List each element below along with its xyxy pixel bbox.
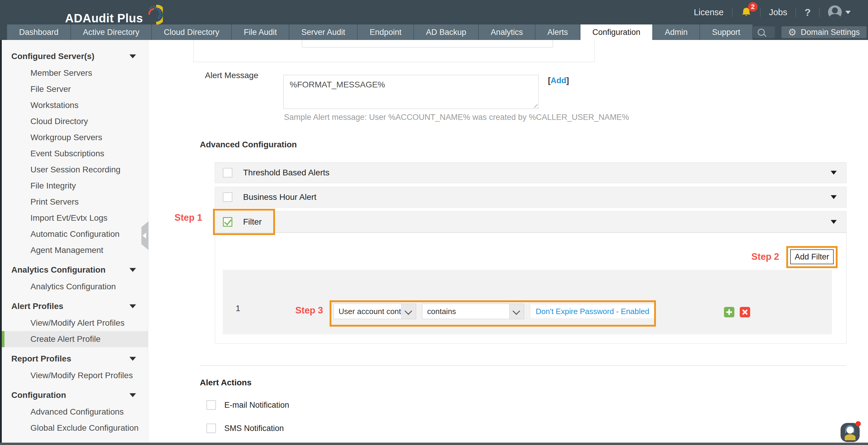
business-hour-alert-checkbox[interactable] xyxy=(223,192,232,202)
tab-alerts[interactable]: Alerts xyxy=(535,25,581,40)
chat-notification-dot xyxy=(856,421,861,426)
advanced-configuration-heading: Advanced Configuration xyxy=(200,140,297,150)
app-logo-text: ADAudit Plus xyxy=(65,12,143,25)
sidebar-section-analytics-configuration[interactable]: Analytics Configuration xyxy=(2,261,148,279)
sidebar-section-configuration[interactable]: Configuration xyxy=(2,386,148,404)
sidebar-item-global-exclude-configuration[interactable]: Global Exclude Configuration xyxy=(2,420,148,436)
sidebar-item-advanced-configurations[interactable]: Advanced Configurations xyxy=(2,404,148,420)
expand-caret-icon[interactable] xyxy=(831,195,837,199)
divider xyxy=(732,7,733,17)
jobs-link[interactable]: Jobs xyxy=(769,7,787,17)
domain-settings-label: Domain Settings xyxy=(801,28,860,37)
sidebar-item-print-servers[interactable]: Print Servers xyxy=(2,194,148,210)
tab-support[interactable]: Support xyxy=(700,25,753,40)
sms-notification-checkbox[interactable] xyxy=(207,423,216,433)
caret-down-icon xyxy=(129,55,136,59)
user-menu[interactable] xyxy=(828,5,851,19)
sidebar-item-automatic-configuration[interactable]: Automatic Configuration xyxy=(2,226,148,242)
step1-annotation-label: Step 1 xyxy=(175,212,202,223)
attribute-dropdown[interactable]: User account contr xyxy=(334,304,416,319)
tab-admin[interactable]: Admin xyxy=(653,25,701,40)
sidebar-item-view-modify-report-profiles[interactable]: View/Modify Report Profiles xyxy=(2,368,148,384)
chevron-down-icon xyxy=(401,304,416,319)
alert-message-field: %FORMAT_MESSAGE% xyxy=(283,75,539,109)
sidebar: Configured Server(s) Member Servers File… xyxy=(2,40,148,443)
expand-caret-icon[interactable] xyxy=(831,220,837,224)
sidebar-item-workstations[interactable]: Workstations xyxy=(2,97,148,113)
top-bar: ADAudit Plus License 2 Jobs ? xyxy=(0,0,868,25)
sidebar-item-analytics-configuration[interactable]: Analytics Configuration xyxy=(2,279,148,295)
filter-panel: Step 2 Add Filter 1 Step 3 User account … xyxy=(215,233,846,344)
tab-analytics[interactable]: Analytics xyxy=(479,25,535,40)
add-variable-link-wrap: [Add] xyxy=(548,76,569,85)
sidebar-item-cloud-directory[interactable]: Cloud Directory xyxy=(2,113,148,129)
section-divider xyxy=(200,365,846,366)
sidebar-item-member-servers[interactable]: Member Servers xyxy=(2,65,148,81)
notifications-button[interactable]: 2 xyxy=(741,7,752,18)
top-bar-actions: License 2 Jobs ? xyxy=(694,0,851,25)
email-notification-option[interactable]: E-mail Notification xyxy=(207,400,289,410)
domain-settings-button[interactable]: ⚙ Domain Settings xyxy=(781,26,867,38)
sidebar-item-file-integrity[interactable]: File Integrity xyxy=(2,178,148,194)
sidebar-item-event-subscriptions[interactable]: Event Subscriptions xyxy=(2,146,148,162)
divider xyxy=(760,7,761,17)
sms-notification-option[interactable]: SMS Notification xyxy=(207,423,284,433)
add-condition-button[interactable] xyxy=(724,307,734,317)
sidebar-item-file-server[interactable]: File Server xyxy=(2,81,148,97)
remove-condition-button[interactable] xyxy=(740,307,750,317)
chevron-down-icon xyxy=(509,304,524,319)
caret-down-icon xyxy=(129,393,136,397)
sidebar-item-workgroup-servers[interactable]: Workgroup Servers xyxy=(2,129,148,146)
sidebar-section-configured-servers[interactable]: Configured Server(s) xyxy=(2,48,148,65)
agent-head-icon xyxy=(846,426,854,434)
sidebar-item-import-evt-logs[interactable]: Import Evt/Evtx Logs xyxy=(2,210,148,226)
help-button[interactable]: ? xyxy=(804,6,811,18)
license-link[interactable]: License xyxy=(694,7,724,17)
tab-ad-backup[interactable]: AD Backup xyxy=(414,25,479,40)
sidebar-section-report-profiles[interactable]: Report Profiles xyxy=(2,350,148,368)
tab-configuration[interactable]: Configuration xyxy=(581,25,653,40)
adaudit-plus-app: ADAudit Plus License 2 Jobs ? xyxy=(0,0,868,445)
accordion-row-filter[interactable]: Filter xyxy=(215,211,846,233)
email-notification-checkbox[interactable] xyxy=(207,400,216,410)
scrolled-field-input[interactable] xyxy=(302,40,553,47)
tab-file-audit[interactable]: File Audit xyxy=(232,25,289,40)
window-edge-strip xyxy=(0,40,2,443)
notification-count-badge: 2 xyxy=(748,2,757,12)
threshold-based-alerts-checkbox[interactable] xyxy=(223,168,232,178)
filter-conditions-area: 1 Step 3 User account contr contains Don… xyxy=(223,270,832,335)
main-nav-tabbar: Dashboard Active Directory Cloud Directo… xyxy=(0,25,868,40)
sidebar-nav: Configured Server(s) Member Servers File… xyxy=(2,48,148,436)
sample-alert-message-hint: Sample Alert message: User %ACCOUNT_NAME… xyxy=(284,113,629,122)
sidebar-item-user-session-recording[interactable]: User Session Recording xyxy=(2,162,148,178)
gear-icon: ⚙ xyxy=(788,27,797,37)
support-chat-button[interactable] xyxy=(841,423,860,442)
accordion-row-business-hour-alert[interactable]: Business Hour Alert xyxy=(215,187,846,208)
sidebar-section-alert-profiles[interactable]: Alert Profiles xyxy=(2,298,148,315)
scrolled-field-container xyxy=(193,40,595,62)
tab-server-audit[interactable]: Server Audit xyxy=(289,25,358,40)
add-filter-button[interactable]: Add Filter xyxy=(790,249,834,264)
accordion-row-threshold-based-alerts[interactable]: Threshold Based Alerts xyxy=(215,162,846,183)
sidebar-item-agent-management[interactable]: Agent Management xyxy=(2,242,148,258)
alert-message-label: Alert Message xyxy=(205,71,258,80)
tab-endpoint[interactable]: Endpoint xyxy=(358,25,414,40)
operator-dropdown[interactable]: contains xyxy=(422,304,524,319)
search-input[interactable] xyxy=(769,27,770,37)
tab-dashboard[interactable]: Dashboard xyxy=(6,25,71,40)
filter-value-link[interactable]: Don't Expire Password - Enabled xyxy=(530,304,655,319)
tab-cloud-directory[interactable]: Cloud Directory xyxy=(152,25,232,40)
caret-down-icon xyxy=(129,305,136,308)
alert-message-textarea[interactable]: %FORMAT_MESSAGE% xyxy=(283,75,539,109)
sidebar-item-view-modify-alert-profiles[interactable]: View/Modify Alert Profiles xyxy=(2,315,148,331)
main-content: Alert Message %FORMAT_MESSAGE% [Add] Sam… xyxy=(148,40,868,443)
step2-annotation-label: Step 2 xyxy=(751,251,779,262)
sidebar-item-create-alert-profile[interactable]: Create Alert Profile xyxy=(2,331,148,347)
tab-active-directory[interactable]: Active Directory xyxy=(71,25,152,40)
add-variable-link[interactable]: Add xyxy=(551,76,566,85)
filter-checkbox[interactable] xyxy=(223,217,232,227)
alert-actions-heading: Alert Actions xyxy=(200,378,251,387)
expand-caret-icon[interactable] xyxy=(831,171,837,175)
search-box[interactable] xyxy=(753,26,775,38)
caret-down-icon xyxy=(129,357,136,361)
